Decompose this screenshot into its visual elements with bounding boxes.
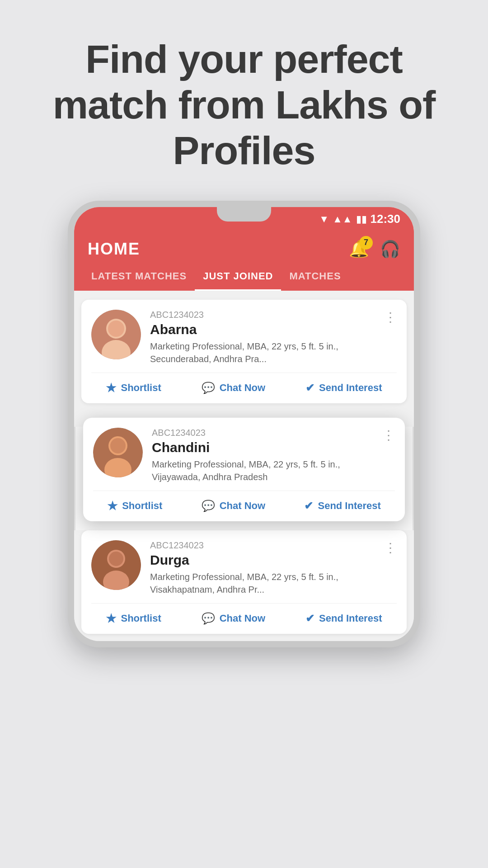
profile-desc-abarna: Marketing Professional, MBA, 22 yrs, 5 f… [150, 340, 375, 365]
tab-matches[interactable]: MATCHES [281, 266, 349, 291]
shortlist-button-chandini[interactable]: ★ Shortlist [107, 499, 162, 513]
card-info-chandini: ABC1234023 Chandini Marketing Profession… [152, 428, 373, 483]
chat-icon: 💬 [202, 382, 215, 394]
phone-side-button [418, 334, 420, 370]
card-header-abarna: ABC1234023 Abarna Marketing Professional… [81, 300, 407, 373]
tab-latest-matches[interactable]: LATEST MATCHES [83, 266, 195, 291]
app-header: HOME 🔔 7 🎧 [74, 231, 414, 259]
interest-button-chandini[interactable]: ✔ Send Interest [304, 500, 380, 512]
card-actions-chandini: ★ Shortlist 💬 Chat Now ✔ Send Interest [83, 491, 405, 521]
more-icon-chandini[interactable]: ⋮ [382, 428, 395, 443]
star-icon: ★ [106, 381, 116, 395]
star-icon-chandini: ★ [107, 499, 117, 513]
notification-wrapper[interactable]: 🔔 7 [349, 240, 369, 259]
card-actions-durga: ★ Shortlist 💬 Chat Now ✔ Send Interest [81, 604, 407, 634]
profile-name-abarna: Abarna [150, 322, 375, 337]
hero-title: Find your perfect match from Lakhs of Pr… [27, 36, 461, 174]
headphone-icon[interactable]: 🎧 [380, 240, 400, 259]
more-icon-durga[interactable]: ⋮ [384, 540, 397, 555]
wifi-icon: ▼ [319, 213, 329, 225]
chat-icon-chandini: 💬 [202, 500, 215, 512]
chat-button-chandini[interactable]: 💬 Chat Now [202, 500, 265, 512]
phone-mockup: ▼ ▲▲ ▮▮ 12:30 HOME 🔔 7 🎧 LATEST MATCHES [68, 201, 420, 647]
shortlist-button-abarna[interactable]: ★ Shortlist [106, 381, 161, 395]
hero-section: Find your perfect match from Lakhs of Pr… [0, 0, 488, 201]
more-icon-abarna[interactable]: ⋮ [384, 310, 397, 325]
check-icon: ✔ [305, 382, 314, 394]
featured-card-chandini: ABC1234023 Chandini Marketing Profession… [83, 418, 405, 521]
card-info-durga: ABC1234023 Durga Marketing Professional,… [150, 540, 375, 596]
avatar-durga [91, 540, 141, 590]
profile-id-chandini: ABC1234023 [152, 428, 373, 438]
signal-icon: ▲▲ [333, 213, 352, 225]
avatar-abarna [91, 310, 141, 359]
profile-desc-chandini: Marketing Professional, MBA, 22 yrs, 5 f… [152, 458, 373, 483]
svg-point-3 [108, 321, 124, 337]
card-actions-abarna: ★ Shortlist 💬 Chat Now ✔ Send Interest [81, 373, 407, 403]
avatar-chandini [93, 428, 143, 477]
chat-button-durga[interactable]: 💬 Chat Now [202, 612, 265, 625]
profile-name-durga: Durga [150, 552, 375, 568]
chat-icon-durga: 💬 [202, 612, 215, 625]
phone-notch [217, 207, 271, 222]
interest-button-abarna[interactable]: ✔ Send Interest [305, 382, 382, 394]
svg-point-11 [109, 552, 123, 566]
profile-id-abarna: ABC1234023 [150, 310, 375, 320]
card-header-chandini: ABC1234023 Chandini Marketing Profession… [83, 418, 405, 491]
app-title: HOME [88, 240, 140, 259]
profile-card-durga: ABC1234023 Durga Marketing Professional,… [81, 530, 407, 634]
phone-wrapper: ▼ ▲▲ ▮▮ 12:30 HOME 🔔 7 🎧 LATEST MATCHES [0, 201, 488, 647]
svg-point-7 [110, 438, 126, 453]
profile-card-abarna: ABC1234023 Abarna Marketing Professional… [81, 300, 407, 403]
profile-id-durga: ABC1234023 [150, 540, 375, 551]
profile-name-chandini: Chandini [152, 440, 373, 455]
notification-badge: 7 [359, 236, 373, 250]
star-icon-durga: ★ [106, 612, 116, 626]
check-icon-durga: ✔ [305, 612, 314, 625]
app-tabs: LATEST MATCHES JUST JOINED MATCHES [74, 259, 414, 291]
interest-button-durga[interactable]: ✔ Send Interest [305, 612, 382, 625]
durga-section: ABC1234023 Durga Marketing Professional,… [74, 530, 414, 641]
check-icon-chandini: ✔ [304, 500, 313, 512]
card-header-durga: ABC1234023 Durga Marketing Professional,… [81, 530, 407, 603]
profile-desc-durga: Marketing Professional, MBA, 22 yrs, 5 f… [150, 571, 375, 596]
shortlist-button-durga[interactable]: ★ Shortlist [106, 612, 161, 626]
app-body: ABC1234023 Abarna Marketing Professional… [74, 291, 414, 427]
status-time: 12:30 [371, 212, 401, 226]
status-icons: ▼ ▲▲ ▮▮ 12:30 [319, 212, 400, 226]
tab-just-joined[interactable]: JUST JOINED [195, 266, 281, 291]
spacer [81, 409, 407, 418]
card-info-abarna: ABC1234023 Abarna Marketing Professional… [150, 310, 375, 365]
header-icons: 🔔 7 🎧 [349, 240, 400, 259]
chat-button-abarna[interactable]: 💬 Chat Now [202, 382, 265, 394]
battery-icon: ▮▮ [356, 213, 367, 225]
